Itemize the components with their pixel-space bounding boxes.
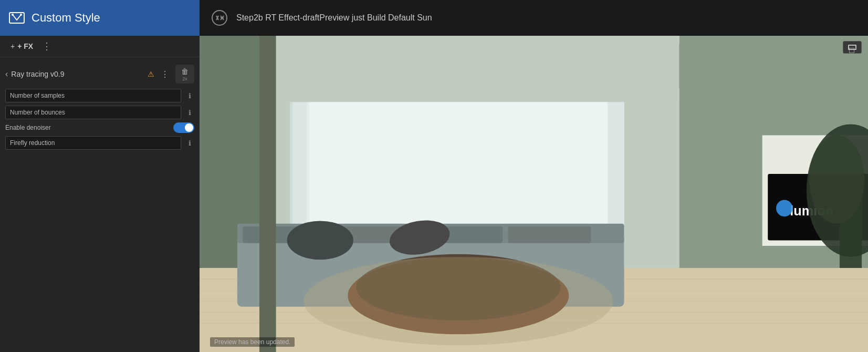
plus-icon: +	[11, 42, 15, 50]
fx-toolbar: + + FX ⋮	[0, 36, 200, 57]
trash-icon: 🗑	[181, 67, 189, 76]
fx-more-button[interactable]: ⋮	[40, 40, 53, 53]
top-header: Custom Style Step2b RT Effect-draftPrevi…	[0, 0, 868, 36]
firefly-info-button[interactable]: ℹ	[185, 138, 194, 148]
denoiser-toggle[interactable]	[173, 122, 194, 133]
title-panel: Custom Style	[0, 0, 200, 36]
bounces-slider[interactable]: Number of bounces	[5, 106, 181, 119]
header-right: Step2b RT Effect-draftPreview just Build…	[200, 8, 868, 27]
svg-point-41	[809, 135, 864, 223]
scene-title: Step2b RT Effect-draftPreview just Build…	[236, 13, 432, 23]
warning-icon: ⚠	[148, 70, 154, 78]
delete-badge: 2x	[182, 76, 187, 81]
svg-rect-42	[259, 36, 276, 352]
firefly-slider[interactable]: Firefly reduction	[5, 136, 181, 150]
fx-label: + FX	[17, 42, 33, 50]
svg-point-3	[212, 11, 227, 25]
bounces-row: Number of bounces ℹ	[5, 106, 194, 119]
effect-back-button[interactable]: ‹	[5, 69, 8, 79]
firefly-label: Firefly reduction	[10, 139, 55, 147]
preview-corner-button[interactable]: □	[843, 41, 862, 54]
page-title: Custom Style	[32, 11, 100, 25]
preview-status: Preview has been updated.	[210, 337, 295, 347]
effect-menu-button[interactable]: ⋮	[158, 68, 172, 80]
controls-area: Number of samples ℹ Number of bounces ℹ …	[0, 87, 200, 155]
effect-section: ‹ Ray tracing v0.9 ⚠ ⋮ 🗑 2x Number of sa…	[0, 57, 200, 159]
samples-slider[interactable]: Number of samples	[5, 89, 181, 102]
svg-point-2	[20, 14, 22, 16]
svg-point-1	[12, 14, 14, 16]
svg-point-38	[304, 257, 613, 345]
effect-title: Ray tracing v0.9	[11, 70, 144, 78]
custom-style-icon	[8, 11, 25, 25]
effect-header: ‹ Ray tracing v0.9 ⚠ ⋮ 🗑 2x	[0, 61, 200, 87]
samples-row: Number of samples ℹ	[5, 89, 194, 102]
chevron-left-icon: ‹	[5, 69, 8, 79]
left-panel: + + FX ⋮ ‹ Ray tracing v0.9 ⚠ ⋮ 🗑 2x	[0, 36, 200, 352]
denoiser-row: Enable denoiser	[5, 122, 194, 133]
toggle-knob	[185, 123, 193, 132]
header-fx-icon	[210, 8, 229, 27]
add-fx-button[interactable]: + + FX	[7, 40, 36, 53]
svg-point-34	[287, 221, 353, 260]
denoiser-label: Enable denoiser	[5, 124, 169, 131]
firefly-row: Firefly reduction ℹ	[5, 136, 194, 150]
svg-rect-33	[508, 226, 591, 243]
samples-info-button[interactable]: ℹ	[185, 91, 194, 100]
samples-label: Number of samples	[10, 92, 65, 99]
effect-delete-button[interactable]: 🗑 2x	[175, 65, 194, 84]
svg-rect-0	[9, 13, 24, 23]
corner-icon: □	[848, 45, 856, 50]
main-layout: + + FX ⋮ ‹ Ray tracing v0.9 ⚠ ⋮ 🗑 2x	[0, 36, 868, 352]
bounces-label: Number of bounces	[10, 109, 65, 116]
preview-image: lumion	[200, 36, 868, 352]
bounces-info-button[interactable]: ℹ	[185, 108, 194, 117]
right-area: lumion	[200, 36, 868, 352]
svg-point-18	[776, 200, 793, 217]
room-scene-svg: lumion	[200, 36, 868, 352]
